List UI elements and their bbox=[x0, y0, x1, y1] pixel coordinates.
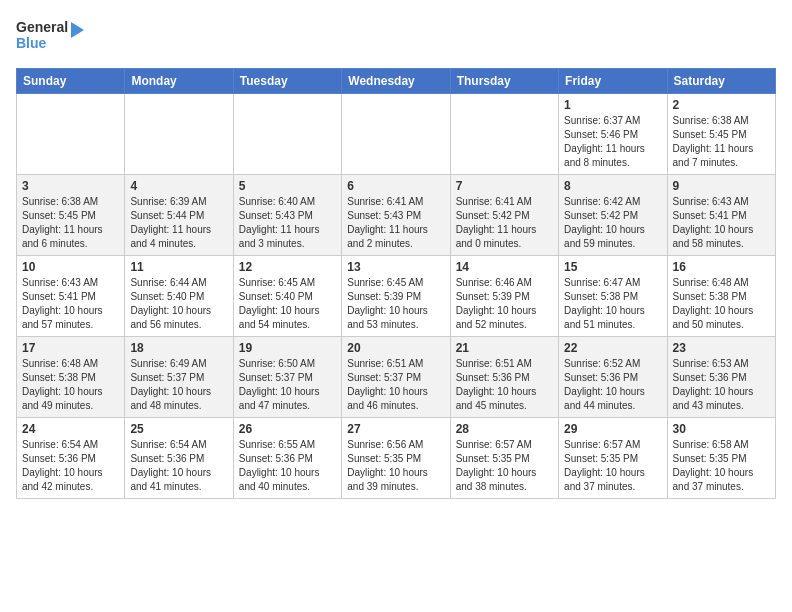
day-cell: 20Sunrise: 6:51 AM Sunset: 5:37 PM Dayli… bbox=[342, 337, 450, 418]
day-info: Sunrise: 6:41 AM Sunset: 5:43 PM Dayligh… bbox=[347, 195, 444, 251]
day-cell: 9Sunrise: 6:43 AM Sunset: 5:41 PM Daylig… bbox=[667, 175, 775, 256]
day-number: 4 bbox=[130, 179, 227, 193]
day-info: Sunrise: 6:58 AM Sunset: 5:35 PM Dayligh… bbox=[673, 438, 770, 494]
day-cell: 14Sunrise: 6:46 AM Sunset: 5:39 PM Dayli… bbox=[450, 256, 558, 337]
day-info: Sunrise: 6:37 AM Sunset: 5:46 PM Dayligh… bbox=[564, 114, 661, 170]
day-info: Sunrise: 6:45 AM Sunset: 5:40 PM Dayligh… bbox=[239, 276, 336, 332]
day-info: Sunrise: 6:57 AM Sunset: 5:35 PM Dayligh… bbox=[564, 438, 661, 494]
day-number: 14 bbox=[456, 260, 553, 274]
weekday-header-sunday: Sunday bbox=[17, 69, 125, 94]
day-info: Sunrise: 6:42 AM Sunset: 5:42 PM Dayligh… bbox=[564, 195, 661, 251]
day-cell: 12Sunrise: 6:45 AM Sunset: 5:40 PM Dayli… bbox=[233, 256, 341, 337]
day-number: 23 bbox=[673, 341, 770, 355]
day-cell: 25Sunrise: 6:54 AM Sunset: 5:36 PM Dayli… bbox=[125, 418, 233, 499]
day-info: Sunrise: 6:53 AM Sunset: 5:36 PM Dayligh… bbox=[673, 357, 770, 413]
day-number: 19 bbox=[239, 341, 336, 355]
day-cell: 29Sunrise: 6:57 AM Sunset: 5:35 PM Dayli… bbox=[559, 418, 667, 499]
weekday-header-thursday: Thursday bbox=[450, 69, 558, 94]
day-number: 11 bbox=[130, 260, 227, 274]
day-cell: 15Sunrise: 6:47 AM Sunset: 5:38 PM Dayli… bbox=[559, 256, 667, 337]
week-row-1: 1Sunrise: 6:37 AM Sunset: 5:46 PM Daylig… bbox=[17, 94, 776, 175]
week-row-4: 17Sunrise: 6:48 AM Sunset: 5:38 PM Dayli… bbox=[17, 337, 776, 418]
day-cell: 27Sunrise: 6:56 AM Sunset: 5:35 PM Dayli… bbox=[342, 418, 450, 499]
day-number: 9 bbox=[673, 179, 770, 193]
day-number: 10 bbox=[22, 260, 119, 274]
day-cell: 30Sunrise: 6:58 AM Sunset: 5:35 PM Dayli… bbox=[667, 418, 775, 499]
day-number: 22 bbox=[564, 341, 661, 355]
weekday-header-row: SundayMondayTuesdayWednesdayThursdayFrid… bbox=[17, 69, 776, 94]
svg-marker-2 bbox=[71, 22, 84, 38]
day-cell: 2Sunrise: 6:38 AM Sunset: 5:45 PM Daylig… bbox=[667, 94, 775, 175]
day-number: 28 bbox=[456, 422, 553, 436]
day-cell: 21Sunrise: 6:51 AM Sunset: 5:36 PM Dayli… bbox=[450, 337, 558, 418]
logo: GeneralBlue bbox=[16, 16, 86, 56]
day-info: Sunrise: 6:43 AM Sunset: 5:41 PM Dayligh… bbox=[673, 195, 770, 251]
day-cell: 18Sunrise: 6:49 AM Sunset: 5:37 PM Dayli… bbox=[125, 337, 233, 418]
day-number: 1 bbox=[564, 98, 661, 112]
day-info: Sunrise: 6:51 AM Sunset: 5:37 PM Dayligh… bbox=[347, 357, 444, 413]
day-info: Sunrise: 6:50 AM Sunset: 5:37 PM Dayligh… bbox=[239, 357, 336, 413]
day-cell: 28Sunrise: 6:57 AM Sunset: 5:35 PM Dayli… bbox=[450, 418, 558, 499]
weekday-header-monday: Monday bbox=[125, 69, 233, 94]
day-cell: 26Sunrise: 6:55 AM Sunset: 5:36 PM Dayli… bbox=[233, 418, 341, 499]
day-number: 25 bbox=[130, 422, 227, 436]
header: GeneralBlue bbox=[16, 16, 776, 56]
day-number: 17 bbox=[22, 341, 119, 355]
day-info: Sunrise: 6:45 AM Sunset: 5:39 PM Dayligh… bbox=[347, 276, 444, 332]
day-cell: 3Sunrise: 6:38 AM Sunset: 5:45 PM Daylig… bbox=[17, 175, 125, 256]
day-cell bbox=[125, 94, 233, 175]
day-number: 5 bbox=[239, 179, 336, 193]
day-number: 8 bbox=[564, 179, 661, 193]
day-cell bbox=[233, 94, 341, 175]
day-cell: 6Sunrise: 6:41 AM Sunset: 5:43 PM Daylig… bbox=[342, 175, 450, 256]
day-cell: 16Sunrise: 6:48 AM Sunset: 5:38 PM Dayli… bbox=[667, 256, 775, 337]
day-info: Sunrise: 6:56 AM Sunset: 5:35 PM Dayligh… bbox=[347, 438, 444, 494]
weekday-header-friday: Friday bbox=[559, 69, 667, 94]
day-number: 15 bbox=[564, 260, 661, 274]
day-info: Sunrise: 6:46 AM Sunset: 5:39 PM Dayligh… bbox=[456, 276, 553, 332]
week-row-5: 24Sunrise: 6:54 AM Sunset: 5:36 PM Dayli… bbox=[17, 418, 776, 499]
day-number: 2 bbox=[673, 98, 770, 112]
week-row-2: 3Sunrise: 6:38 AM Sunset: 5:45 PM Daylig… bbox=[17, 175, 776, 256]
day-info: Sunrise: 6:41 AM Sunset: 5:42 PM Dayligh… bbox=[456, 195, 553, 251]
day-cell bbox=[450, 94, 558, 175]
day-cell: 11Sunrise: 6:44 AM Sunset: 5:40 PM Dayli… bbox=[125, 256, 233, 337]
day-number: 21 bbox=[456, 341, 553, 355]
day-number: 26 bbox=[239, 422, 336, 436]
day-info: Sunrise: 6:57 AM Sunset: 5:35 PM Dayligh… bbox=[456, 438, 553, 494]
day-number: 29 bbox=[564, 422, 661, 436]
day-cell bbox=[17, 94, 125, 175]
day-info: Sunrise: 6:47 AM Sunset: 5:38 PM Dayligh… bbox=[564, 276, 661, 332]
day-number: 30 bbox=[673, 422, 770, 436]
day-info: Sunrise: 6:54 AM Sunset: 5:36 PM Dayligh… bbox=[130, 438, 227, 494]
day-number: 24 bbox=[22, 422, 119, 436]
weekday-header-saturday: Saturday bbox=[667, 69, 775, 94]
day-number: 27 bbox=[347, 422, 444, 436]
day-cell: 5Sunrise: 6:40 AM Sunset: 5:43 PM Daylig… bbox=[233, 175, 341, 256]
day-number: 12 bbox=[239, 260, 336, 274]
day-info: Sunrise: 6:38 AM Sunset: 5:45 PM Dayligh… bbox=[22, 195, 119, 251]
calendar: SundayMondayTuesdayWednesdayThursdayFrid… bbox=[16, 68, 776, 499]
svg-text:General: General bbox=[16, 19, 68, 35]
day-info: Sunrise: 6:48 AM Sunset: 5:38 PM Dayligh… bbox=[22, 357, 119, 413]
day-cell: 1Sunrise: 6:37 AM Sunset: 5:46 PM Daylig… bbox=[559, 94, 667, 175]
day-cell: 22Sunrise: 6:52 AM Sunset: 5:36 PM Dayli… bbox=[559, 337, 667, 418]
day-info: Sunrise: 6:49 AM Sunset: 5:37 PM Dayligh… bbox=[130, 357, 227, 413]
day-cell bbox=[342, 94, 450, 175]
day-cell: 23Sunrise: 6:53 AM Sunset: 5:36 PM Dayli… bbox=[667, 337, 775, 418]
day-cell: 8Sunrise: 6:42 AM Sunset: 5:42 PM Daylig… bbox=[559, 175, 667, 256]
day-number: 20 bbox=[347, 341, 444, 355]
day-info: Sunrise: 6:43 AM Sunset: 5:41 PM Dayligh… bbox=[22, 276, 119, 332]
day-number: 16 bbox=[673, 260, 770, 274]
day-cell: 10Sunrise: 6:43 AM Sunset: 5:41 PM Dayli… bbox=[17, 256, 125, 337]
day-number: 18 bbox=[130, 341, 227, 355]
day-info: Sunrise: 6:51 AM Sunset: 5:36 PM Dayligh… bbox=[456, 357, 553, 413]
day-cell: 4Sunrise: 6:39 AM Sunset: 5:44 PM Daylig… bbox=[125, 175, 233, 256]
day-cell: 19Sunrise: 6:50 AM Sunset: 5:37 PM Dayli… bbox=[233, 337, 341, 418]
day-cell: 7Sunrise: 6:41 AM Sunset: 5:42 PM Daylig… bbox=[450, 175, 558, 256]
day-cell: 24Sunrise: 6:54 AM Sunset: 5:36 PM Dayli… bbox=[17, 418, 125, 499]
day-number: 7 bbox=[456, 179, 553, 193]
svg-text:Blue: Blue bbox=[16, 35, 47, 51]
day-info: Sunrise: 6:54 AM Sunset: 5:36 PM Dayligh… bbox=[22, 438, 119, 494]
day-number: 13 bbox=[347, 260, 444, 274]
